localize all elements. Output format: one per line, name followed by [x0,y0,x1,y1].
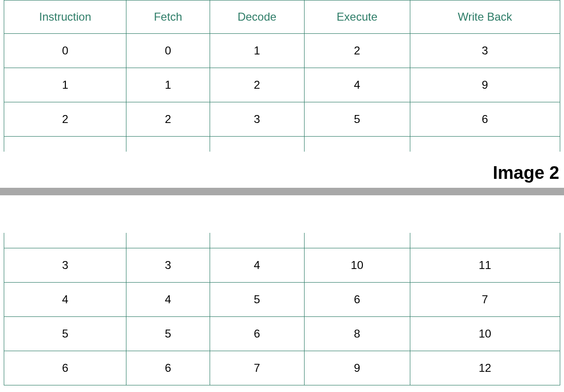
spacer [0,195,564,233]
cell-instruction: 5 [4,317,126,351]
table-row: 2 2 3 5 6 [4,102,560,137]
cell-fetch: 0 [126,34,210,68]
cell-instruction: 6 [4,351,126,385]
cell-instruction: 0 [4,34,126,68]
header-decode: Decode [210,0,304,34]
cell-execute: 4 [304,68,410,102]
cell-decode: 1 [210,34,304,68]
table-row: 3 3 4 10 11 [4,248,560,283]
cell-execute: 6 [304,283,410,317]
empty-cell [410,137,560,152]
cell-decode: 5 [210,283,304,317]
cell-execute: 9 [304,351,410,385]
cell-fetch: 5 [126,317,210,351]
cell-instruction: 2 [4,102,126,137]
cell-decode: 6 [210,317,304,351]
pipeline-table-2: 3 3 4 10 11 4 4 5 6 7 5 5 6 8 10 6 [4,233,560,385]
empty-cell [126,233,210,248]
table2-container: 3 3 4 10 11 4 4 5 6 7 5 5 6 8 10 6 [0,233,564,385]
table2-partial-row [4,233,560,248]
cell-decode: 3 [210,102,304,137]
cell-writeback: 9 [410,68,560,102]
cell-fetch: 1 [126,68,210,102]
empty-cell [210,137,304,152]
cell-execute: 8 [304,317,410,351]
cell-writeback: 7 [410,283,560,317]
cell-fetch: 2 [126,102,210,137]
cell-fetch: 6 [126,351,210,385]
cell-instruction: 3 [4,248,126,283]
empty-cell [4,233,126,248]
cell-writeback: 12 [410,351,560,385]
cell-fetch: 4 [126,283,210,317]
header-instruction: Instruction [4,0,126,34]
image-2-label: Image 2 [0,152,564,188]
cell-instruction: 1 [4,68,126,102]
empty-cell [4,137,126,152]
table-row: 4 4 5 6 7 [4,283,560,317]
table-row: 6 6 7 9 12 [4,351,560,385]
table-row: 1 1 2 4 9 [4,68,560,102]
cell-decode: 7 [210,351,304,385]
empty-cell [126,137,210,152]
cell-decode: 2 [210,68,304,102]
empty-cell [304,137,410,152]
cell-decode: 4 [210,248,304,283]
cell-writeback: 10 [410,317,560,351]
table-row: 0 0 1 2 3 [4,34,560,68]
header-writeback: Write Back [410,0,560,34]
cell-execute: 10 [304,248,410,283]
table1-container: Instruction Fetch Decode Execute Write B… [0,0,564,152]
horizontal-divider [0,188,564,195]
empty-cell [210,233,304,248]
table1-partial-row [4,137,560,152]
header-execute: Execute [304,0,410,34]
table-row: 5 5 6 8 10 [4,317,560,351]
cell-writeback: 11 [410,248,560,283]
empty-cell [304,233,410,248]
empty-cell [410,233,560,248]
cell-execute: 5 [304,102,410,137]
table1-header-row: Instruction Fetch Decode Execute Write B… [4,0,560,34]
pipeline-table-1: Instruction Fetch Decode Execute Write B… [4,0,560,152]
cell-fetch: 3 [126,248,210,283]
cell-writeback: 3 [410,34,560,68]
cell-execute: 2 [304,34,410,68]
cell-writeback: 6 [410,102,560,137]
header-fetch: Fetch [126,0,210,34]
cell-instruction: 4 [4,283,126,317]
